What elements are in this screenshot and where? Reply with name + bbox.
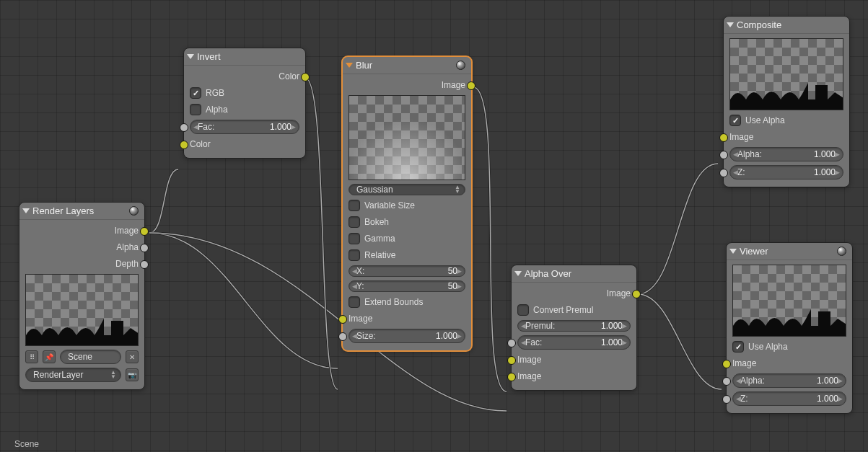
node-alpha-over[interactable]: Alpha Over Image Convert Premul ◀Premul:… [511, 265, 637, 391]
socket-in-alpha[interactable] [722, 377, 731, 386]
alpha-field[interactable]: ◀Alpha: 1.000▶ [732, 373, 846, 388]
socket-in-z[interactable] [722, 395, 731, 404]
preview-thumbnail [732, 265, 846, 337]
checkbox[interactable] [348, 233, 360, 244]
socket-out-depth[interactable] [140, 260, 149, 269]
scene-select-row[interactable]: ⠿ 📌 Scene ✕ [25, 350, 139, 364]
node-title: Blur [356, 60, 453, 71]
extend-bounds-toggle[interactable]: Extend Bounds [348, 296, 465, 309]
render-icon[interactable]: 📷 [126, 368, 139, 381]
checkbox[interactable] [348, 249, 360, 261]
renderlayer-row[interactable]: RenderLayer▲▼ 📷 [25, 368, 139, 382]
scene-clear-icon[interactable]: ✕ [126, 350, 139, 363]
checkbox[interactable] [348, 296, 360, 308]
preview-dot-icon[interactable] [129, 206, 139, 216]
node-header[interactable]: Blur [343, 57, 471, 74]
socket-in-color[interactable] [180, 141, 188, 149]
node-composite[interactable]: Composite Use Alpha Image ◀Alpha: 1.000▶ [723, 16, 850, 187]
collapse-icon[interactable] [727, 22, 734, 27]
fac-field[interactable]: ◀Fac: 1.000▶ [190, 120, 299, 134]
gamma-toggle[interactable]: Gamma [348, 232, 465, 245]
checkbox[interactable] [732, 341, 744, 353]
output-image: Image [517, 287, 631, 300]
z-row[interactable]: ◀Z: 1.000▶ [732, 391, 846, 406]
node-header[interactable]: Composite [724, 17, 849, 34]
z-field[interactable]: ◀Z: 1.000▶ [732, 391, 846, 406]
filter-select[interactable]: Gaussian▲▼ [348, 184, 465, 195]
checkbox[interactable] [348, 216, 360, 228]
socket-out-image[interactable] [467, 81, 475, 90]
convert-premul-toggle[interactable]: Convert Premul [517, 303, 631, 316]
output-depth: Depth [25, 257, 139, 270]
renderlayer-select[interactable]: RenderLayer▲▼ [25, 368, 121, 382]
x-field[interactable]: ◀X: 50▶ [348, 265, 465, 277]
checkbox-rgb[interactable] [190, 87, 201, 99]
alpha-toggle[interactable]: Alpha [190, 103, 299, 116]
fac-row[interactable]: ◀Fac: 1.000▶ [517, 335, 631, 350]
checkbox[interactable] [348, 200, 360, 211]
node-title: Render Layers [32, 205, 126, 216]
node-invert[interactable]: Invert Color RGB Alpha ◀Fac: 1.000▶ Colo… [183, 48, 306, 159]
collapse-icon[interactable] [514, 271, 522, 276]
node-viewer[interactable]: Viewer Use Alpha Image ◀Alpha: 1.000▶ [726, 242, 853, 414]
node-title: Invert [197, 51, 299, 62]
use-alpha-toggle[interactable]: Use Alpha [729, 114, 843, 127]
socket-in-z[interactable] [719, 169, 728, 177]
alpha-field[interactable]: ◀Alpha: 1.000▶ [729, 147, 843, 161]
bokeh-toggle[interactable]: Bokeh [348, 216, 465, 229]
node-blur[interactable]: Blur Image Gaussian▲▼ Variable Size Boke… [342, 56, 472, 351]
alpha-row[interactable]: ◀Alpha: 1.000▶ [729, 147, 843, 161]
socket-in-fac[interactable] [180, 123, 188, 132]
socket-out-alpha[interactable] [140, 244, 149, 252]
alpha-row[interactable]: ◀Alpha: 1.000▶ [732, 373, 846, 388]
premul-field[interactable]: ◀Premul: 1.000▶ [517, 320, 631, 332]
z-field[interactable]: ◀Z: 1.000▶ [729, 165, 843, 180]
rgb-toggle[interactable]: RGB [190, 87, 299, 99]
socket-out-color[interactable] [301, 73, 310, 81]
checkbox-alpha[interactable] [190, 104, 201, 115]
node-header[interactable]: Viewer [727, 243, 852, 260]
use-alpha-toggle[interactable]: Use Alpha [732, 340, 846, 353]
input-image1: Image [517, 353, 631, 366]
socket-in-image[interactable] [722, 360, 731, 368]
scene-pin-icon[interactable]: 📌 [43, 350, 56, 363]
y-field[interactable]: ◀Y: 50▶ [348, 280, 465, 292]
scene-field[interactable]: Scene [60, 350, 121, 364]
preview-thumbnail [348, 95, 465, 180]
preview-dot-icon[interactable] [837, 247, 846, 256]
socket-in-alpha[interactable] [719, 151, 728, 159]
size-row[interactable]: ◀Size: 1.000▶ [348, 329, 465, 343]
checkbox[interactable] [729, 115, 741, 126]
socket-in-size[interactable] [338, 332, 347, 341]
socket-in-image1[interactable] [507, 356, 516, 365]
preview-dot-icon[interactable] [456, 61, 465, 70]
preview-thumbnail [729, 38, 843, 110]
input-image: Image [348, 312, 465, 325]
size-field[interactable]: ◀Size: 1.000▶ [348, 329, 465, 343]
collapse-icon[interactable] [22, 208, 30, 213]
collapse-icon[interactable] [729, 249, 737, 254]
socket-in-fac[interactable] [507, 339, 516, 347]
checkbox[interactable] [517, 304, 529, 316]
node-title: Viewer [740, 246, 834, 257]
node-header[interactable]: Render Layers [19, 203, 144, 220]
output-image: Image [25, 224, 139, 237]
collapse-icon[interactable] [187, 54, 194, 59]
node-render-layers[interactable]: Render Layers Image Alpha Depth ⠿ 📌 Scen… [19, 202, 145, 390]
z-row[interactable]: ◀Z: 1.000▶ [729, 165, 843, 180]
socket-out-image[interactable] [140, 227, 149, 236]
collapse-icon[interactable] [346, 63, 353, 68]
socket-in-image[interactable] [338, 315, 347, 324]
scene-browse-icon[interactable]: ⠿ [25, 350, 38, 363]
socket-in-image2[interactable] [507, 373, 516, 381]
node-header[interactable]: Alpha Over [512, 265, 636, 283]
socket-out-image[interactable] [632, 290, 641, 298]
footer-scene-label: Scene [14, 439, 39, 449]
fac-field[interactable]: ◀Fac: 1.000▶ [517, 335, 631, 350]
fac-row[interactable]: ◀Fac: 1.000▶ [190, 120, 299, 134]
output-color: Color [190, 70, 299, 83]
node-header[interactable]: Invert [184, 48, 305, 66]
socket-in-image[interactable] [719, 133, 728, 142]
variable-size-toggle[interactable]: Variable Size [348, 199, 465, 212]
relative-toggle[interactable]: Relative [348, 249, 465, 262]
